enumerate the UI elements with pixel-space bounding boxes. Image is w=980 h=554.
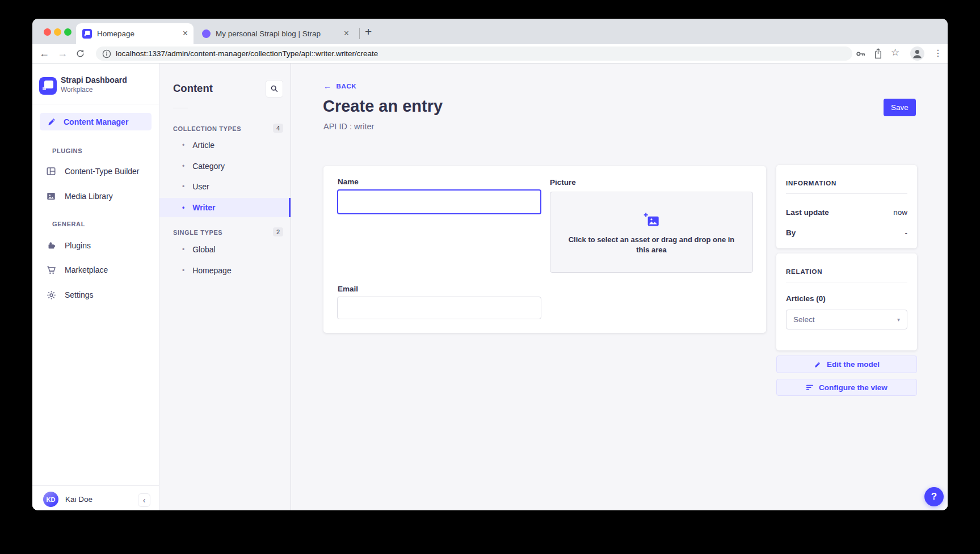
sidebar-item-marketplace[interactable]: Marketplace [45, 263, 108, 277]
marketplace-cart-icon [45, 264, 57, 276]
by-label: By [786, 229, 796, 237]
back-link-label: BACK [337, 83, 357, 90]
edit-model-label: Edit the model [827, 360, 880, 369]
picture-dropzone[interactable]: Click to select an asset or drag and dro… [550, 192, 753, 273]
sidebar-item-label: Settings [65, 290, 94, 299]
sidebar-item-label: Content-Type Builder [65, 167, 140, 176]
profile-avatar-icon[interactable] [910, 46, 924, 61]
single-types-count: 2 [273, 227, 283, 236]
search-button[interactable] [266, 80, 283, 98]
email-field-label: Email [338, 285, 358, 293]
subnav-item-article[interactable]: • Article [182, 138, 214, 152]
minimize-window-button[interactable] [54, 28, 61, 36]
information-card: INFORMATION Last update now By - [776, 165, 917, 248]
sidebar-item-label: Plugins [65, 241, 91, 250]
site-info-icon[interactable] [102, 49, 111, 58]
sidebar-item-settings[interactable]: Settings [45, 288, 94, 302]
sidebar-item-media-library[interactable]: Media Library [45, 189, 113, 203]
user-avatar[interactable]: KD [43, 492, 58, 507]
divider [786, 193, 907, 194]
strapi-favicon [82, 29, 92, 39]
subnav-item-writer[interactable]: • Writer [182, 201, 215, 214]
bullet-icon: • [182, 267, 184, 274]
edit-model-button[interactable]: Edit the model [776, 356, 917, 373]
help-button[interactable]: ? [924, 487, 944, 506]
strapi-admin: Strapi Dashboard Workplace Content Manag… [32, 64, 948, 510]
relation-card: RELATION Articles (0) Select ▾ [776, 253, 917, 350]
tab-homepage[interactable]: Homepage × [76, 23, 194, 44]
subnav-title: Content [173, 82, 213, 95]
divider [173, 108, 188, 108]
browser-forward-icon[interactable]: → [57, 45, 68, 61]
subnav-item-global[interactable]: • Global [182, 243, 216, 256]
sidebar-item-content-type-builder[interactable]: Content-Type Builder [45, 164, 140, 178]
subnav-item-category[interactable]: • Category [182, 159, 225, 173]
subnav-item-label: Category [192, 162, 225, 171]
articles-relation-label: Articles (0) [786, 294, 826, 303]
name-field-label: Name [338, 177, 359, 186]
back-link[interactable]: ← BACK [323, 82, 356, 91]
browser-window: Homepage × My personal Strapi blog | Str… [32, 19, 948, 510]
main-content: ← BACK Create an entry API ID : writer S… [291, 64, 948, 510]
pencil-icon [814, 361, 822, 369]
workspace-subtitle: Workplace [61, 86, 92, 94]
tab-title: My personal Strapi blog | Strap [216, 29, 339, 38]
subnav-item-user[interactable]: • User [182, 180, 209, 193]
tab-strapi-blog[interactable]: My personal Strapi blog | Strap × [196, 23, 355, 44]
page-title: Create an entry [323, 97, 443, 116]
tab-divider [359, 28, 360, 39]
content-type-builder-icon [45, 166, 57, 177]
configure-view-button[interactable]: Configure the view [776, 379, 917, 396]
bullet-icon: • [182, 204, 184, 212]
back-arrow-icon: ← [323, 82, 332, 91]
active-item-background [159, 198, 291, 217]
close-window-button[interactable] [44, 28, 51, 36]
close-icon[interactable]: × [178, 28, 194, 40]
close-icon[interactable]: × [339, 28, 355, 40]
last-update-value: now [893, 208, 907, 217]
browser-menu-icon[interactable]: ⋮ [933, 45, 943, 61]
subnav-item-label: Homepage [192, 266, 232, 275]
email-input[interactable] [337, 297, 541, 319]
configure-view-icon [806, 383, 814, 391]
sidebar-section-plugins: PLUGINS [52, 147, 82, 154]
divider [32, 485, 159, 486]
user-name: Kai Doe [65, 495, 92, 504]
subnav-item-label: User [192, 182, 209, 191]
search-icon [270, 84, 279, 93]
name-input[interactable] [337, 189, 541, 214]
subnav-item-homepage[interactable]: • Homepage [182, 264, 232, 277]
sidebar-item-label: Content Manager [64, 117, 128, 126]
new-tab-button[interactable]: + [365, 26, 372, 37]
password-key-icon[interactable] [855, 48, 867, 60]
relation-title: RELATION [786, 268, 822, 275]
strapi-logo[interactable] [39, 77, 57, 95]
address-bar[interactable]: localhost:1337/admin/content-manager/col… [96, 46, 852, 61]
subnav-item-label: Article [192, 141, 214, 150]
browser-back-icon[interactable]: ← [39, 45, 49, 61]
subnav-item-label: Writer [192, 203, 215, 212]
add-image-icon [643, 212, 660, 228]
articles-select[interactable]: Select ▾ [786, 310, 907, 329]
bullet-icon: • [182, 246, 184, 253]
sidebar-item-plugins[interactable]: Plugins [45, 239, 91, 252]
content-manager-pen-icon [47, 117, 57, 127]
share-icon[interactable] [873, 48, 884, 60]
url-text: localhost:1337/admin/content-manager/col… [116, 49, 378, 58]
divider [786, 282, 907, 282]
plugins-puzzle-icon [45, 240, 57, 251]
blog-favicon [202, 29, 211, 38]
save-button[interactable]: Save [884, 99, 916, 116]
collapse-sidebar-button[interactable]: ‹ [138, 493, 150, 507]
sidebar-item-content-manager[interactable]: Content Manager [40, 113, 152, 130]
reload-icon[interactable] [75, 49, 85, 58]
tab-strip: Homepage × My personal Strapi blog | Str… [32, 19, 948, 44]
last-update-label: Last update [786, 208, 829, 217]
bookmark-star-icon[interactable]: ☆ [891, 45, 899, 61]
single-types-header: SINGLE TYPES [173, 229, 222, 236]
bullet-icon: • [182, 162, 184, 170]
select-placeholder: Select [793, 315, 815, 324]
bullet-icon: • [182, 141, 184, 149]
subnav-item-label: Global [192, 245, 215, 254]
zoom-window-button[interactable] [64, 28, 71, 36]
